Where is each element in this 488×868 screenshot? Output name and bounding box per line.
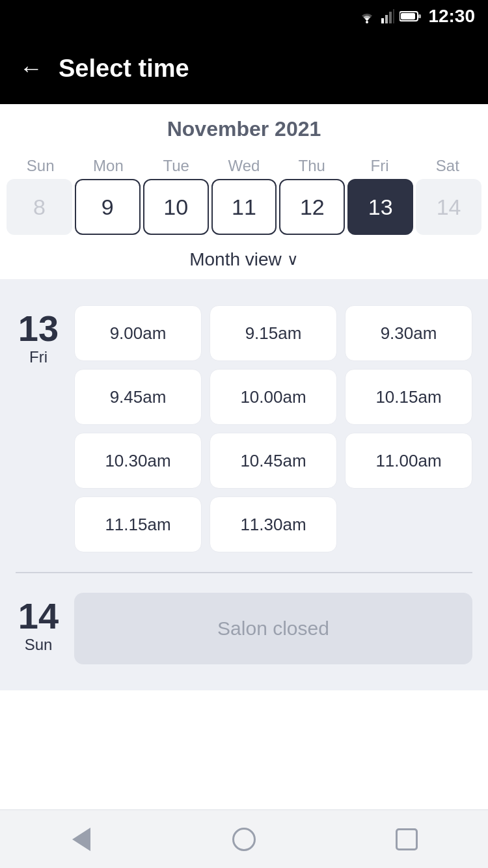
signal-icon — [381, 9, 394, 23]
chevron-down-icon: ∨ — [287, 251, 299, 269]
day-10[interactable]: 10 — [143, 179, 209, 235]
back-button[interactable]: ← — [20, 55, 43, 82]
day-14-name: Sun — [25, 636, 53, 654]
time-slot-1115[interactable]: 11.15am — [74, 496, 202, 552]
battery-icon — [400, 10, 422, 23]
svg-rect-1 — [381, 18, 384, 23]
back-triangle-icon — [72, 828, 90, 851]
day-13-label: 13 Fri — [16, 305, 61, 366]
wifi-icon — [358, 9, 376, 23]
day-14[interactable]: 14 — [416, 179, 481, 235]
clock-time: 12:30 — [428, 6, 475, 27]
svg-rect-6 — [418, 14, 421, 18]
header: ← Select time — [0, 33, 488, 104]
svg-point-0 — [366, 21, 368, 23]
page-title: Select time — [59, 55, 189, 83]
week-row: 8 9 10 11 12 13 14 — [0, 179, 488, 235]
time-slot-1130[interactable]: 11.30am — [210, 496, 337, 552]
weekday-sat: Sat — [414, 153, 481, 179]
time-slot-1045[interactable]: 10.45am — [210, 433, 337, 489]
time-slots-grid-13: 9.00am 9.15am 9.30am 9.45am 10.00am 10.1… — [74, 305, 472, 552]
recents-square-icon — [396, 828, 418, 850]
day-12[interactable]: 12 — [279, 179, 345, 235]
svg-rect-4 — [393, 9, 394, 23]
month-view-toggle[interactable]: Month view ∨ — [0, 239, 488, 279]
nav-back-button[interactable] — [62, 820, 101, 859]
weekday-fri: Fri — [346, 153, 413, 179]
nav-home-button[interactable] — [224, 820, 264, 859]
time-slot-1000[interactable]: 10.00am — [210, 369, 337, 425]
weekday-sun: Sun — [7, 153, 74, 179]
day-8[interactable]: 8 — [7, 179, 72, 235]
calendar-section: November 2021 Sun Mon Tue Wed Thu Fri Sa… — [0, 104, 488, 279]
time-slot-915[interactable]: 9.15am — [210, 305, 337, 361]
day-14-number: 14 — [18, 598, 59, 634]
day-14-label: 14 Sun — [16, 593, 61, 654]
nav-recents-button[interactable] — [387, 820, 426, 859]
weekday-thu: Thu — [278, 153, 346, 179]
weekday-mon: Mon — [74, 153, 142, 179]
time-slot-945[interactable]: 9.45am — [74, 369, 202, 425]
svg-rect-7 — [401, 13, 415, 20]
day-13-name: Fri — [29, 348, 47, 366]
time-slot-900[interactable]: 9.00am — [74, 305, 202, 361]
day-9[interactable]: 9 — [75, 179, 141, 235]
weekday-wed: Wed — [210, 153, 278, 179]
svg-rect-3 — [389, 12, 392, 23]
day-13-number: 13 — [18, 310, 59, 347]
day-11[interactable]: 11 — [211, 179, 277, 235]
week-headers: Sun Mon Tue Wed Thu Fri Sat — [0, 153, 488, 179]
time-slot-1030[interactable]: 10.30am — [74, 433, 202, 489]
day-13-block: 13 Fri 9.00am 9.15am 9.30am 9.45am 10.00… — [0, 292, 488, 565]
day-13[interactable]: 13 — [347, 179, 413, 235]
time-slot-930[interactable]: 9.30am — [345, 305, 472, 361]
status-bar: 12:30 — [0, 0, 488, 33]
time-slot-1015[interactable]: 10.15am — [345, 369, 472, 425]
status-icons — [358, 9, 422, 23]
section-divider — [16, 572, 472, 573]
home-circle-icon — [232, 828, 256, 851]
bottom-nav — [0, 809, 488, 868]
weekday-tue: Tue — [142, 153, 210, 179]
salon-closed-label: Salon closed — [217, 617, 329, 640]
svg-rect-2 — [385, 15, 388, 23]
time-slot-1100[interactable]: 11.00am — [345, 433, 472, 489]
time-section: 13 Fri 9.00am 9.15am 9.30am 9.45am 10.00… — [0, 279, 488, 690]
salon-closed-card: Salon closed — [74, 593, 472, 664]
month-label: November 2021 — [0, 117, 488, 141]
month-view-label: Month view — [189, 249, 282, 270]
day-14-block: 14 Sun Salon closed — [0, 580, 488, 677]
